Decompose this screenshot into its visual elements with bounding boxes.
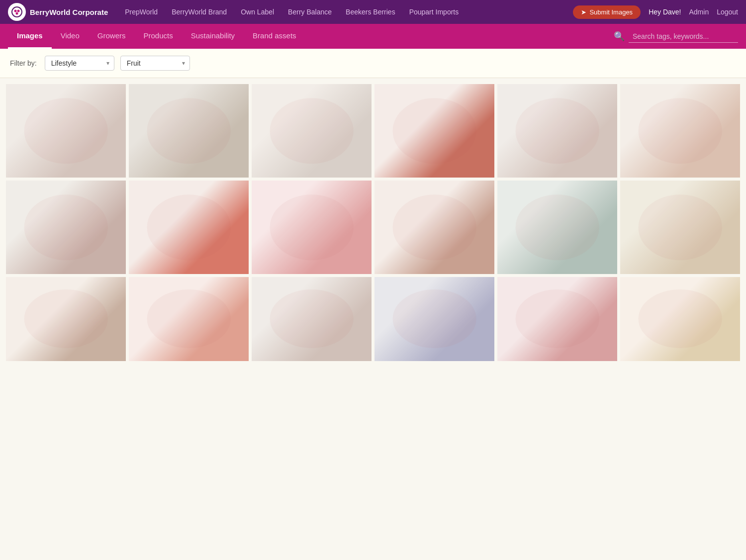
upload-icon: ➤ xyxy=(581,8,586,16)
top-nav: BerryWorld Corporate PrepWorld BerryWorl… xyxy=(0,0,746,24)
tab-sustainability[interactable]: Sustainability xyxy=(182,24,244,49)
image-card-5[interactable] xyxy=(497,84,617,178)
secondary-nav: Images Video Growers Products Sustainabi… xyxy=(0,24,746,49)
top-nav-right: ➤ Submit Images Hey Dave! Admin Logout xyxy=(573,5,738,19)
image-card-14[interactable] xyxy=(129,277,249,361)
search-input[interactable] xyxy=(629,30,738,43)
svg-point-1 xyxy=(14,10,17,12)
logo[interactable]: BerryWorld Corporate xyxy=(8,3,108,21)
image-card-7[interactable] xyxy=(6,181,126,274)
tab-video[interactable]: Video xyxy=(52,24,89,49)
nav-link-poupart[interactable]: Poupart Imports xyxy=(402,0,466,24)
search-area: 🔍 xyxy=(614,30,738,43)
lifestyle-filter[interactable]: Lifestyle Studio Outdoor xyxy=(45,56,114,71)
logout-link[interactable]: Logout xyxy=(717,8,738,16)
image-card-15[interactable] xyxy=(252,277,372,361)
tab-products[interactable]: Products xyxy=(134,24,182,49)
top-nav-links: PrepWorld BerryWorld Brand Own Label Ber… xyxy=(118,0,573,24)
image-card-13[interactable] xyxy=(6,277,126,361)
image-card-1[interactable] xyxy=(6,84,126,178)
fruit-filter-wrapper: Fruit Vegetable Berry xyxy=(120,56,190,71)
image-card-16[interactable] xyxy=(374,277,494,361)
admin-link[interactable]: Admin xyxy=(689,8,709,16)
image-card-6[interactable] xyxy=(620,84,740,178)
tab-growers[interactable]: Growers xyxy=(89,24,135,49)
image-card-10[interactable] xyxy=(374,181,494,274)
filter-by-label: Filter by: xyxy=(10,59,37,67)
image-card-8[interactable] xyxy=(129,181,249,274)
image-card-12[interactable] xyxy=(620,181,740,274)
image-card-11[interactable] xyxy=(497,181,617,274)
image-card-17[interactable] xyxy=(497,277,617,361)
nav-link-prepworld[interactable]: PrepWorld xyxy=(118,0,165,24)
image-card-4[interactable] xyxy=(374,84,494,178)
tab-images[interactable]: Images xyxy=(8,24,52,49)
svg-point-0 xyxy=(12,7,22,17)
lifestyle-filter-wrapper: Lifestyle Studio Outdoor xyxy=(45,56,114,71)
svg-point-3 xyxy=(16,12,18,15)
nav-link-berry-balance[interactable]: Berry Balance xyxy=(281,0,339,24)
fruit-filter[interactable]: Fruit Vegetable Berry xyxy=(120,56,190,71)
nav-link-beekers[interactable]: Beekers Berries xyxy=(339,0,402,24)
image-card-9[interactable] xyxy=(252,181,372,274)
tab-brand-assets[interactable]: Brand assets xyxy=(244,24,305,49)
image-card-2[interactable] xyxy=(129,84,249,178)
image-grid xyxy=(0,78,746,367)
filter-bar: Filter by: Lifestyle Studio Outdoor Frui… xyxy=(0,49,746,78)
nav-link-berryworld-brand[interactable]: BerryWorld Brand xyxy=(165,0,234,24)
greeting-text: Hey Dave! xyxy=(649,8,681,16)
submit-images-button[interactable]: ➤ Submit Images xyxy=(573,5,641,19)
nav-link-own-label[interactable]: Own Label xyxy=(234,0,281,24)
image-card-18[interactable] xyxy=(620,277,740,361)
search-icon: 🔍 xyxy=(614,31,625,42)
logo-icon xyxy=(8,3,26,21)
image-card-3[interactable] xyxy=(252,84,372,178)
logo-text: BerryWorld Corporate xyxy=(30,8,108,16)
svg-point-2 xyxy=(17,10,20,12)
